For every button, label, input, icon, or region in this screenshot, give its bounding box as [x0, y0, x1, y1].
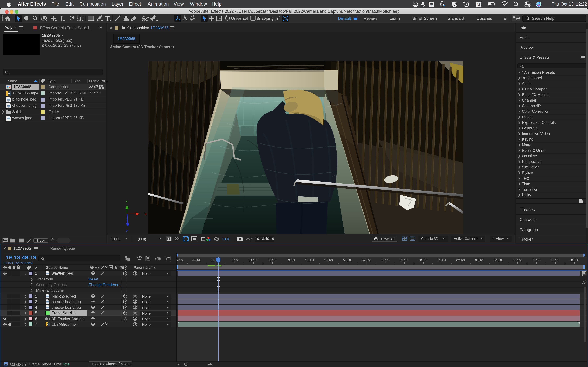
svg-text:X: X	[144, 212, 147, 216]
svg-text:»: »	[504, 16, 507, 21]
svg-text:Default: Default	[338, 16, 351, 21]
svg-text:Universal: Universal	[231, 16, 248, 21]
svg-text:Y: Y	[126, 200, 128, 203]
svg-text:S: S	[477, 2, 480, 6]
svg-text:JPEG: JPEG	[7, 119, 10, 120]
svg-text:Libraries: Libraries	[476, 16, 492, 21]
svg-text:Standard: Standard	[448, 16, 464, 21]
svg-text:Z: Z	[126, 229, 128, 233]
svg-text:Search Help: Search Help	[532, 16, 554, 21]
svg-text:JPEG: JPEG	[7, 100, 10, 102]
svg-text:Small Screen: Small Screen	[413, 16, 437, 21]
svg-text:Review: Review	[363, 16, 377, 21]
svg-text:Learn: Learn	[389, 16, 400, 21]
svg-text:8 bpc: 8 bpc	[36, 238, 45, 242]
svg-text:中: 中	[430, 2, 433, 6]
svg-text:Snapping: Snapping	[256, 16, 274, 21]
svg-text:JPEG: JPEG	[7, 107, 10, 108]
